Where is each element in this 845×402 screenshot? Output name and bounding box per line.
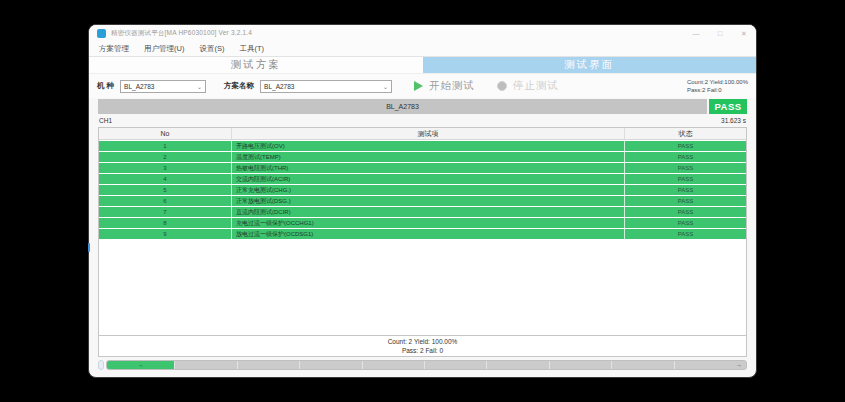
cell-item: 交流内阻测试(ACIR) xyxy=(232,174,625,184)
cell-item: 温度测试(TEMP) xyxy=(232,152,625,162)
menu-item-0[interactable]: 方案管理 xyxy=(99,44,129,54)
stop-test-button[interactable]: 停止测试 xyxy=(497,79,559,93)
play-icon xyxy=(414,81,423,91)
progress-bar: →→ xyxy=(106,360,747,370)
menu-item-2[interactable]: 设置(S) xyxy=(199,44,224,54)
model-select-value: BL_A2783 xyxy=(124,83,154,90)
progress-segment xyxy=(425,361,487,369)
cell-status: PASS xyxy=(625,185,746,195)
top-stats-line1: Count:2 Yield:100.00% xyxy=(687,78,748,86)
control-toolbar: 机 种 BL_A2783 ⌄ 方案名称 BL_A2783 ⌄ 开始测试 停止测试 xyxy=(89,74,756,98)
result-banner-row: BL_A2783 PASS xyxy=(98,99,747,114)
footer-stats-line1: Count: 2 Yield: 100.00% xyxy=(388,337,458,346)
stop-test-label: 停止测试 xyxy=(513,79,559,93)
cell-no: 8 xyxy=(99,218,232,228)
table-body: 1开路电压测试(OV)PASS2温度测试(TEMP)PASS3热敏电阻测试(TH… xyxy=(99,140,746,239)
progress-row: →→ xyxy=(98,360,747,370)
cell-item: 正常充电测试(CHG.) xyxy=(232,185,625,195)
table-row[interactable]: 5正常充电测试(CHG.)PASS xyxy=(99,185,746,195)
plan-name-label: 方案名称 xyxy=(224,81,254,91)
progress-segment: → xyxy=(675,361,746,369)
footer-stats: Count: 2 Yield: 100.00% Pass: 2 Fail: 0 xyxy=(98,336,747,357)
menu-bar: 方案管理用户管理(U)设置(S)工具(T) xyxy=(89,42,756,57)
model-banner: BL_A2783 xyxy=(98,99,707,114)
cell-no: 9 xyxy=(99,229,232,239)
start-test-label: 开始测试 xyxy=(429,79,475,93)
cell-no: 2 xyxy=(99,152,232,162)
tab-test-plan[interactable]: 测试方案 xyxy=(89,57,423,73)
plan-name-select[interactable]: BL_A2783 ⌄ xyxy=(260,80,392,93)
results-panel: No 测试项 状态 1开路电压测试(OV)PASS2温度测试(TEMP)PASS… xyxy=(98,127,747,336)
table-row[interactable]: 1开路电压测试(OV)PASS xyxy=(99,141,746,151)
top-stats-line2: Pass:2 Fail:0 xyxy=(687,86,748,94)
header-status: 状态 xyxy=(625,128,746,139)
progress-segment xyxy=(487,361,549,369)
progress-segment xyxy=(363,361,425,369)
cell-status: PASS xyxy=(625,196,746,206)
table-row[interactable]: 7直流内阻测试(DCIR)PASS xyxy=(99,207,746,217)
cell-no: 7 xyxy=(99,207,232,217)
close-icon[interactable]: ✕ xyxy=(732,25,756,42)
channel-label: CH1 xyxy=(99,117,112,124)
tab-test-interface[interactable]: 测试界面 xyxy=(423,57,757,73)
cell-item: 正常放电测试(DSG.) xyxy=(232,196,625,206)
top-stats: Count:2 Yield:100.00% Pass:2 Fail:0 xyxy=(687,78,748,94)
elapsed-time: 31.623 s xyxy=(721,117,746,124)
cell-item: 充电过流一级保护(OCCHG1) xyxy=(232,218,625,228)
window-controls: — □ ✕ xyxy=(684,25,756,42)
pass-badge: PASS xyxy=(709,99,747,114)
title-bar: 精密仪器测试平台[MA HP6030100] Ver 3.2.1.4 — □ ✕ xyxy=(89,25,756,42)
cell-status: PASS xyxy=(625,152,746,162)
table-row[interactable]: 4交流内阻测试(ACIR)PASS xyxy=(99,174,746,184)
header-no: No xyxy=(99,128,232,139)
cell-item: 放电过流一级保护(OCDSG1) xyxy=(232,229,625,239)
footer-stats-line2: Pass: 2 Fail: 0 xyxy=(402,346,443,355)
maximize-icon[interactable]: □ xyxy=(708,25,732,42)
cell-status: PASS xyxy=(625,174,746,184)
menu-item-1[interactable]: 用户管理(U) xyxy=(144,44,184,54)
model-label: 机 种 xyxy=(97,81,114,91)
progress-segment-done: → xyxy=(107,361,175,369)
channel-row: CH1 31.623 s xyxy=(89,114,756,127)
cell-item: 直流内阻测试(DCIR) xyxy=(232,207,625,217)
chevron-down-icon: ⌄ xyxy=(383,83,388,90)
app-window: 精密仪器测试平台[MA HP6030100] Ver 3.2.1.4 — □ ✕… xyxy=(88,24,757,378)
screen-background: 精密仪器测试平台[MA HP6030100] Ver 3.2.1.4 — □ ✕… xyxy=(0,0,845,402)
table-row[interactable]: 3热敏电阻测试(THR)PASS xyxy=(99,163,746,173)
chevron-down-icon: ⌄ xyxy=(197,83,202,90)
cell-status: PASS xyxy=(625,207,746,217)
table-header: No 测试项 状态 xyxy=(99,128,746,140)
progress-handle[interactable] xyxy=(98,360,104,370)
cell-status: PASS xyxy=(625,229,746,239)
start-test-button[interactable]: 开始测试 xyxy=(414,79,475,93)
cell-item: 热敏电阻测试(THR) xyxy=(232,163,625,173)
plan-select-value: BL_A2783 xyxy=(264,83,294,90)
window-title: 精密仪器测试平台[MA HP6030100] Ver 3.2.1.4 xyxy=(111,29,684,38)
cell-status: PASS xyxy=(625,218,746,228)
cell-no: 3 xyxy=(99,163,232,173)
header-test-item: 测试项 xyxy=(232,128,625,139)
cell-no: 5 xyxy=(99,185,232,195)
left-edge-marker xyxy=(88,243,90,252)
cell-no: 6 xyxy=(99,196,232,206)
table-row[interactable]: 9放电过流一级保护(OCDSG1)PASS xyxy=(99,229,746,239)
model-select[interactable]: BL_A2783 ⌄ xyxy=(120,80,206,93)
progress-segment xyxy=(238,361,300,369)
progress-segment xyxy=(550,361,612,369)
cell-status: PASS xyxy=(625,163,746,173)
tab-bar: 测试方案 测试界面 xyxy=(89,57,756,74)
progress-segment xyxy=(300,361,362,369)
cell-item: 开路电压测试(OV) xyxy=(232,141,625,151)
stop-icon xyxy=(497,81,507,91)
table-row[interactable]: 2温度测试(TEMP)PASS xyxy=(99,152,746,162)
progress-segment xyxy=(175,361,237,369)
cell-status: PASS xyxy=(625,141,746,151)
table-row[interactable]: 8充电过流一级保护(OCCHG1)PASS xyxy=(99,218,746,228)
cell-no: 4 xyxy=(99,174,232,184)
app-icon xyxy=(97,29,106,38)
minimize-icon[interactable]: — xyxy=(684,25,708,42)
menu-item-3[interactable]: 工具(T) xyxy=(239,44,264,54)
progress-segment xyxy=(612,361,674,369)
cell-no: 1 xyxy=(99,141,232,151)
table-row[interactable]: 6正常放电测试(DSG.)PASS xyxy=(99,196,746,206)
